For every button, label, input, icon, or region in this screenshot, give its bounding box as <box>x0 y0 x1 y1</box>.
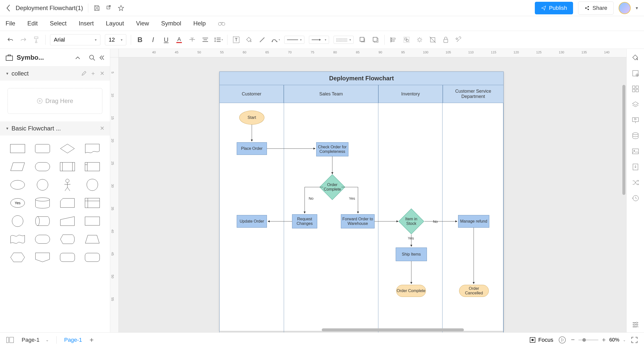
shape-card[interactable] <box>57 196 78 210</box>
shape-internal-storage[interactable] <box>82 160 103 174</box>
zoom-slider[interactable] <box>578 339 598 340</box>
node-place-order[interactable]: Place Order <box>237 142 267 155</box>
menu-view[interactable]: View <box>136 20 149 27</box>
shape-table[interactable] <box>82 196 103 210</box>
align-left-icon[interactable] <box>389 35 398 45</box>
node-start[interactable]: Start <box>239 111 264 125</box>
collapse-panel-icon[interactable] <box>99 55 104 60</box>
line-weight-select[interactable]: ▾ <box>334 36 354 44</box>
add-icon[interactable]: + <box>91 70 95 77</box>
close-icon[interactable]: ✕ <box>100 70 104 77</box>
collect-section-header[interactable]: ▼ collect + ✕ <box>0 66 110 81</box>
presentation-icon[interactable] <box>632 116 639 124</box>
shadow-icon[interactable] <box>358 35 367 45</box>
node-ship-items[interactable]: Ship Items <box>396 248 427 261</box>
bold-icon[interactable]: B <box>136 35 144 45</box>
lane-header-customer[interactable]: Customer <box>219 85 284 103</box>
shape-trapezoid[interactable] <box>82 232 103 246</box>
text-box-icon[interactable]: T <box>232 35 240 45</box>
focus-button[interactable]: Focus <box>529 337 553 343</box>
menu-file[interactable]: File <box>6 20 15 27</box>
connector-icon[interactable]: ▾ <box>271 35 280 45</box>
shape-cylinder-h[interactable] <box>32 214 53 228</box>
crop-icon[interactable] <box>428 35 437 45</box>
scrollbar-vertical[interactable] <box>622 85 625 195</box>
line-style-select[interactable]: ▾ <box>284 36 304 44</box>
image-icon[interactable] <box>632 148 639 155</box>
save-icon[interactable] <box>93 5 100 12</box>
fontsize-select[interactable]: 12▾ <box>105 34 126 45</box>
shape-blob[interactable] <box>82 178 103 192</box>
line-color-icon[interactable] <box>258 35 267 45</box>
node-order-cancelled[interactable]: Order Cancelled <box>459 285 489 297</box>
back-icon[interactable] <box>6 4 11 12</box>
page-selector[interactable]: Page-1⌄ <box>19 335 51 345</box>
shape-hexagon[interactable] <box>7 250 28 264</box>
grid-icon[interactable] <box>632 85 639 93</box>
node-manage-refund[interactable]: Manage refund <box>458 215 489 228</box>
history-icon[interactable] <box>632 194 639 202</box>
fill-panel-icon[interactable] <box>632 54 639 61</box>
close-icon[interactable]: ✕ <box>100 125 104 132</box>
menu-symbol[interactable]: Symbol <box>161 20 181 27</box>
shape-rounded-rect[interactable] <box>32 142 53 156</box>
shape-actor[interactable] <box>57 178 78 192</box>
pages-icon[interactable] <box>6 337 14 343</box>
tools-icon[interactable] <box>455 35 463 45</box>
canvas[interactable]: 40 45 50 55 60 65 70 75 80 85 90 95 100 … <box>110 49 626 332</box>
binoculars-icon[interactable] <box>218 20 225 26</box>
shape-manual-input[interactable] <box>57 214 78 228</box>
layers-icon[interactable] <box>371 35 380 45</box>
database-icon[interactable] <box>632 132 639 140</box>
settings-bottom-icon[interactable] <box>632 321 639 327</box>
layers-panel-icon[interactable] <box>632 101 639 108</box>
shape-yes-ellipse[interactable]: Yes <box>7 196 28 210</box>
undo-icon[interactable] <box>6 35 15 45</box>
effects-icon[interactable] <box>415 35 424 45</box>
collapse-icon[interactable] <box>75 56 80 59</box>
node-check-order[interactable]: Check Order for Completeness <box>316 142 348 156</box>
scrollbar-horizontal[interactable] <box>322 328 464 331</box>
edit-icon[interactable] <box>81 71 86 76</box>
shape-ellipse[interactable] <box>7 178 28 192</box>
search-icon[interactable] <box>89 54 95 61</box>
canvas-scroll[interactable]: Deployment Flowchart Customer Sales Team… <box>119 57 626 332</box>
line-spacing-icon[interactable]: ▾ <box>214 35 223 45</box>
lock-icon[interactable] <box>441 35 450 45</box>
shape-diamond[interactable] <box>57 142 78 156</box>
node-request-changes[interactable]: Request Changes <box>292 214 317 228</box>
redo-icon[interactable] <box>19 35 28 45</box>
shape-predefined[interactable] <box>57 160 78 174</box>
shape-rounded[interactable] <box>57 250 78 264</box>
shape-parallelogram[interactable] <box>7 160 28 174</box>
menu-select[interactable]: Select <box>50 20 67 27</box>
zoom-out-icon[interactable]: − <box>571 336 575 344</box>
menu-help[interactable]: Help <box>193 20 206 27</box>
properties-icon[interactable] <box>632 70 639 77</box>
shape-pill[interactable] <box>32 160 53 174</box>
shape-circle2[interactable] <box>7 214 28 228</box>
lane-header-sales[interactable]: Sales Team <box>284 85 378 103</box>
shape-rect2[interactable] <box>82 214 103 228</box>
page-tab[interactable]: Page-1 <box>62 335 85 345</box>
add-page-icon[interactable]: + <box>90 336 94 344</box>
menu-insert[interactable]: Insert <box>79 20 94 27</box>
node-update-order[interactable]: Update Order <box>237 215 267 228</box>
drag-here-zone[interactable]: Drag Here <box>8 88 102 114</box>
avatar-dropdown-icon[interactable]: ▾ <box>636 5 638 11</box>
diagram-title[interactable]: Deployment Flowchart <box>219 72 504 85</box>
shape-stadium[interactable] <box>32 232 53 246</box>
group-icon[interactable] <box>402 35 411 45</box>
page[interactable]: Deployment Flowchart Customer Sales Team… <box>219 72 504 331</box>
share-button[interactable]: Share <box>578 2 614 15</box>
export-panel-icon[interactable] <box>632 163 639 171</box>
node-forward-order[interactable]: Forward Order to Warehouse <box>341 214 375 228</box>
font-color-icon[interactable]: A <box>175 35 183 45</box>
shuffle-icon[interactable] <box>632 179 639 186</box>
shape-display[interactable] <box>57 232 78 246</box>
italic-icon[interactable]: I <box>149 35 157 45</box>
star-icon[interactable] <box>117 5 125 12</box>
shape-rounded2[interactable] <box>82 250 103 264</box>
play-icon[interactable] <box>558 336 566 344</box>
shape-circle[interactable] <box>32 178 53 192</box>
